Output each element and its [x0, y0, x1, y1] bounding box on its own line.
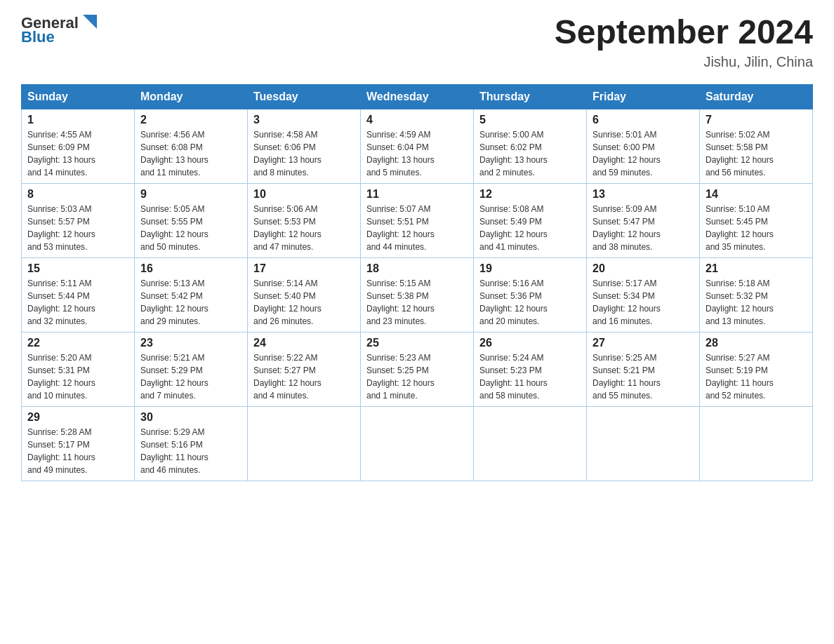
day-info: Sunrise: 5:27 AM Sunset: 5:19 PM Dayligh…: [706, 351, 807, 402]
day-cell: 26Sunrise: 5:24 AM Sunset: 5:23 PM Dayli…: [474, 332, 587, 406]
day-cell: 18Sunrise: 5:15 AM Sunset: 5:38 PM Dayli…: [361, 257, 474, 332]
day-cell: [474, 406, 587, 481]
day-cell: 27Sunrise: 5:25 AM Sunset: 5:21 PM Dayli…: [587, 332, 700, 406]
day-info: Sunrise: 5:20 AM Sunset: 5:31 PM Dayligh…: [27, 351, 128, 402]
day-cell: 10Sunrise: 5:06 AM Sunset: 5:53 PM Dayli…: [248, 183, 361, 257]
day-info: Sunrise: 4:55 AM Sunset: 6:09 PM Dayligh…: [27, 128, 128, 179]
day-cell: 20Sunrise: 5:17 AM Sunset: 5:34 PM Dayli…: [587, 257, 700, 332]
day-cell: 15Sunrise: 5:11 AM Sunset: 5:44 PM Dayli…: [22, 257, 135, 332]
day-cell: 17Sunrise: 5:14 AM Sunset: 5:40 PM Dayli…: [248, 257, 361, 332]
day-number: 14: [706, 188, 807, 201]
day-info: Sunrise: 5:16 AM Sunset: 5:36 PM Dayligh…: [479, 277, 581, 328]
day-cell: 14Sunrise: 5:10 AM Sunset: 5:45 PM Dayli…: [700, 183, 813, 257]
day-info: Sunrise: 5:21 AM Sunset: 5:29 PM Dayligh…: [140, 351, 241, 402]
day-cell: 1Sunrise: 4:55 AM Sunset: 6:09 PM Daylig…: [22, 109, 135, 183]
day-info: Sunrise: 5:17 AM Sunset: 5:34 PM Dayligh…: [593, 277, 694, 328]
day-number: 13: [593, 188, 694, 201]
day-number: 3: [253, 114, 355, 126]
day-cell: 24Sunrise: 5:22 AM Sunset: 5:27 PM Dayli…: [248, 332, 361, 406]
header-wednesday: Wednesday: [361, 84, 474, 109]
day-number: 6: [593, 114, 694, 126]
day-number: 5: [479, 114, 581, 126]
day-info: Sunrise: 5:15 AM Sunset: 5:38 PM Dayligh…: [366, 277, 468, 328]
day-cell: 29Sunrise: 5:28 AM Sunset: 5:17 PM Dayli…: [22, 406, 135, 481]
day-cell: 16Sunrise: 5:13 AM Sunset: 5:42 PM Dayli…: [135, 257, 248, 332]
day-number: 19: [479, 262, 581, 275]
day-number: 8: [27, 188, 128, 201]
day-info: Sunrise: 5:00 AM Sunset: 6:02 PM Dayligh…: [479, 128, 581, 179]
header-row: SundayMondayTuesdayWednesdayThursdayFrid…: [22, 84, 813, 109]
day-number: 30: [140, 411, 241, 424]
day-number: 27: [593, 337, 694, 349]
day-cell: [700, 406, 813, 481]
day-info: Sunrise: 5:11 AM Sunset: 5:44 PM Dayligh…: [27, 277, 128, 328]
calendar-title: September 2024: [555, 14, 813, 51]
day-number: 15: [27, 262, 128, 275]
day-number: 29: [27, 411, 128, 424]
day-number: 7: [706, 114, 807, 126]
day-cell: [587, 406, 700, 481]
day-info: Sunrise: 5:24 AM Sunset: 5:23 PM Dayligh…: [479, 351, 581, 402]
day-info: Sunrise: 5:05 AM Sunset: 5:55 PM Dayligh…: [140, 203, 241, 253]
day-cell: [361, 406, 474, 481]
logo: General Blue: [21, 14, 100, 46]
header-thursday: Thursday: [474, 84, 587, 109]
day-info: Sunrise: 5:06 AM Sunset: 5:53 PM Dayligh…: [253, 203, 355, 253]
day-number: 10: [253, 188, 355, 201]
day-info: Sunrise: 5:08 AM Sunset: 5:49 PM Dayligh…: [479, 203, 581, 253]
day-info: Sunrise: 5:25 AM Sunset: 5:21 PM Dayligh…: [593, 351, 694, 402]
week-row-2: 8Sunrise: 5:03 AM Sunset: 5:57 PM Daylig…: [22, 183, 813, 257]
day-number: 23: [140, 337, 241, 349]
day-cell: 21Sunrise: 5:18 AM Sunset: 5:32 PM Dayli…: [700, 257, 813, 332]
day-cell: 9Sunrise: 5:05 AM Sunset: 5:55 PM Daylig…: [135, 183, 248, 257]
day-cell: 28Sunrise: 5:27 AM Sunset: 5:19 PM Dayli…: [700, 332, 813, 406]
day-cell: 13Sunrise: 5:09 AM Sunset: 5:47 PM Dayli…: [587, 183, 700, 257]
day-cell: 11Sunrise: 5:07 AM Sunset: 5:51 PM Dayli…: [361, 183, 474, 257]
day-info: Sunrise: 5:22 AM Sunset: 5:27 PM Dayligh…: [253, 351, 355, 402]
day-number: 17: [253, 262, 355, 275]
day-number: 9: [140, 188, 241, 201]
day-info: Sunrise: 5:23 AM Sunset: 5:25 PM Dayligh…: [366, 351, 468, 402]
day-cell: 22Sunrise: 5:20 AM Sunset: 5:31 PM Dayli…: [22, 332, 135, 406]
day-cell: 25Sunrise: 5:23 AM Sunset: 5:25 PM Dayli…: [361, 332, 474, 406]
week-row-1: 1Sunrise: 4:55 AM Sunset: 6:09 PM Daylig…: [22, 109, 813, 183]
header-tuesday: Tuesday: [248, 84, 361, 109]
day-info: Sunrise: 5:13 AM Sunset: 5:42 PM Dayligh…: [140, 277, 241, 328]
calendar-subtitle: Jishu, Jilin, China: [555, 54, 813, 70]
day-number: 4: [366, 114, 468, 126]
day-number: 20: [593, 262, 694, 275]
week-row-5: 29Sunrise: 5:28 AM Sunset: 5:17 PM Dayli…: [22, 406, 813, 481]
day-cell: 2Sunrise: 4:56 AM Sunset: 6:08 PM Daylig…: [135, 109, 248, 183]
day-number: 18: [366, 262, 468, 275]
day-number: 1: [27, 114, 128, 126]
day-info: Sunrise: 4:59 AM Sunset: 6:04 PM Dayligh…: [366, 128, 468, 179]
day-cell: 8Sunrise: 5:03 AM Sunset: 5:57 PM Daylig…: [22, 183, 135, 257]
day-info: Sunrise: 5:01 AM Sunset: 6:00 PM Dayligh…: [593, 128, 694, 179]
day-number: 11: [366, 188, 468, 201]
day-info: Sunrise: 5:14 AM Sunset: 5:40 PM Dayligh…: [253, 277, 355, 328]
page-header: General Blue September 2024 Jishu, Jilin…: [21, 14, 813, 70]
day-cell: 7Sunrise: 5:02 AM Sunset: 5:58 PM Daylig…: [700, 109, 813, 183]
day-info: Sunrise: 5:02 AM Sunset: 5:58 PM Dayligh…: [706, 128, 807, 179]
day-info: Sunrise: 5:03 AM Sunset: 5:57 PM Dayligh…: [27, 203, 128, 253]
week-row-3: 15Sunrise: 5:11 AM Sunset: 5:44 PM Dayli…: [22, 257, 813, 332]
day-number: 16: [140, 262, 241, 275]
title-area: September 2024 Jishu, Jilin, China: [555, 14, 813, 70]
day-cell: 12Sunrise: 5:08 AM Sunset: 5:49 PM Dayli…: [474, 183, 587, 257]
day-info: Sunrise: 4:56 AM Sunset: 6:08 PM Dayligh…: [140, 128, 241, 179]
day-number: 22: [27, 337, 128, 349]
day-cell: 6Sunrise: 5:01 AM Sunset: 6:00 PM Daylig…: [587, 109, 700, 183]
day-cell: [248, 406, 361, 481]
day-number: 12: [479, 188, 581, 201]
week-row-4: 22Sunrise: 5:20 AM Sunset: 5:31 PM Dayli…: [22, 332, 813, 406]
header-saturday: Saturday: [700, 84, 813, 109]
day-number: 21: [706, 262, 807, 275]
day-info: Sunrise: 5:29 AM Sunset: 5:16 PM Dayligh…: [140, 426, 241, 476]
day-cell: 3Sunrise: 4:58 AM Sunset: 6:06 PM Daylig…: [248, 109, 361, 183]
day-number: 25: [366, 337, 468, 349]
svg-marker-0: [83, 15, 97, 29]
day-cell: 23Sunrise: 5:21 AM Sunset: 5:29 PM Dayli…: [135, 332, 248, 406]
header-sunday: Sunday: [22, 84, 135, 109]
day-info: Sunrise: 5:28 AM Sunset: 5:17 PM Dayligh…: [27, 426, 128, 476]
header-friday: Friday: [587, 84, 700, 109]
